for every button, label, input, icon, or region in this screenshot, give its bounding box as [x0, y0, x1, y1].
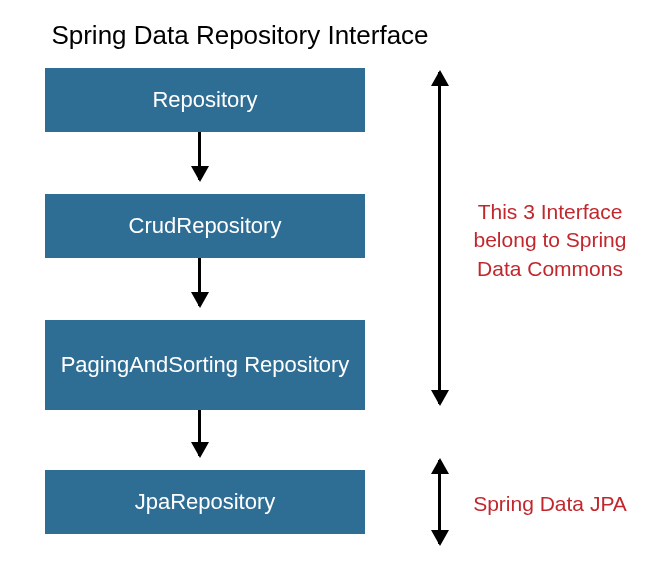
arrow-down-icon: [198, 410, 201, 456]
bracket-commons-icon: [438, 72, 441, 404]
annotation-commons: This 3 Interface belong to Spring Data C…: [460, 198, 640, 283]
box-paging-sorting-repository: PagingAndSorting Repository: [45, 320, 365, 410]
box-repository: Repository: [45, 68, 365, 132]
arrow-down-icon: [198, 258, 201, 306]
box-crud-repository: CrudRepository: [45, 194, 365, 258]
arrow-down-icon: [198, 132, 201, 180]
annotation-jpa: Spring Data JPA: [460, 490, 640, 518]
diagram-title: Spring Data Repository Interface: [0, 20, 480, 51]
bracket-jpa-icon: [438, 460, 441, 544]
box-jpa-repository: JpaRepository: [45, 470, 365, 534]
